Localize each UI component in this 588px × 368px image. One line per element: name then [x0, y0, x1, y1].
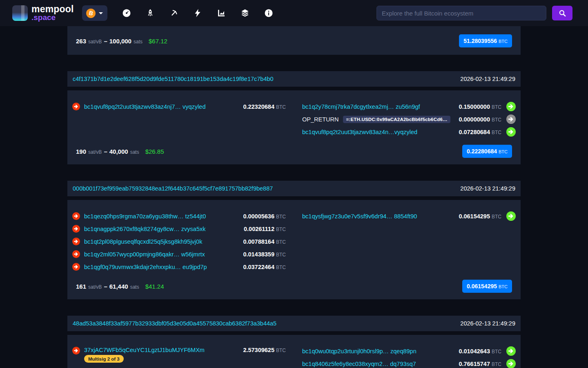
- btc-unit-label: BTC: [276, 104, 286, 110]
- input-arrow-icon[interactable]: [72, 250, 80, 258]
- output-arrow-icon[interactable]: [506, 127, 516, 137]
- rocket-icon[interactable]: [146, 9, 155, 18]
- input-main: 37xjAC7WFb5qCeuYC1LgztJ1buMJYF6MXm2.5730…: [84, 347, 286, 363]
- output-address-link[interactable]: bc1q8406z5fe6y8ec038xyqm2… dq793sq7: [302, 361, 454, 367]
- input-arrow-icon[interactable]: [72, 347, 80, 355]
- transaction-timestamp: 2026-02-13 21:49:29: [460, 320, 515, 327]
- input-row: bc1qgf0q79uvmwx3kdajr2ehxxpku… eu9jpd7p0…: [72, 260, 286, 273]
- output-row: bc1q8406z5fe6y8ec038xyqm2… dq793sq70.766…: [302, 357, 516, 368]
- fee-info: 190sat/vB–40,000sats$26.85: [76, 148, 164, 155]
- transaction-details: 37xjAC7WFb5qCeuYC1LgztJ1buMJYF6MXm2.5730…: [67, 335, 521, 368]
- inputs-column: bc1qezq0hps9rgma70za6ygu38thw… tz544jt00…: [72, 210, 286, 273]
- search-input[interactable]: [376, 6, 546, 20]
- output-address-link[interactable]: bc1qvuf8pq2t2uut3tjazwv83az4n…vyqzyled: [302, 129, 454, 135]
- fee-rate: 161: [76, 283, 86, 290]
- mempool-logo-icon: [12, 5, 28, 21]
- fee-rate: 263: [76, 38, 86, 45]
- mining-pickaxe-icon[interactable]: [169, 9, 178, 18]
- inputs-outputs: bc1qezq0hps9rgma70za6ygu38thw… tz544jt00…: [72, 210, 516, 273]
- btc-unit-label: BTC: [499, 39, 508, 44]
- info-icon[interactable]: [264, 9, 273, 18]
- input-arrow-icon[interactable]: [72, 212, 80, 220]
- btc-unit-label: BTC: [499, 149, 508, 154]
- input-arrow-icon[interactable]: [72, 103, 80, 110]
- total-btc-badge[interactable]: 51.28039556BTC: [459, 34, 512, 47]
- input-address-link[interactable]: bc1qt2pl08plguseqlfqcxdl25q5jksg8kh95jvj…: [84, 238, 238, 245]
- transaction: 263sat/vB–100,000sats$67.1251.28039556BT…: [67, 26, 521, 55]
- lightning-bolt-icon[interactable]: [193, 9, 202, 18]
- btc-unit-label: BTC: [276, 214, 286, 220]
- transaction: 000b001f73ef959eab75932848ea12f644b37c64…: [67, 181, 521, 299]
- input-address-link[interactable]: 37xjAC7WFb5qCeuYC1LgztJ1buMJYF6MXm: [84, 347, 238, 353]
- op-return: OP_RETURN=:ETH.USDC:0x99aCA2A2bcBb6f5cb6…: [302, 116, 454, 123]
- dashboard-gauge-icon[interactable]: [122, 9, 131, 18]
- output-address-link[interactable]: bc1q0wu0tqp2u3rtunjl0h0rsl9p… zqeq89pn: [302, 348, 454, 355]
- output-row: bc1q2y78cmj7trka7dcgytlxea2mj… zu56n9gf0…: [302, 100, 516, 113]
- input-line: bc1qt2pl08plguseqlfqcxdl25q5jksg8kh95jvj…: [84, 238, 286, 245]
- amount: 0.01042643BTC: [459, 348, 501, 355]
- separator: –: [104, 38, 107, 45]
- input-main: bc1qnagppk2670xf8qk8274gy8cw… zvysa5xk0.…: [84, 226, 286, 232]
- brand-text: mempool .space: [31, 4, 74, 21]
- chart-icon[interactable]: [217, 9, 226, 18]
- transaction-details: 263sat/vB–100,000sats$67.1251.28039556BT…: [67, 26, 521, 55]
- transaction-footer: 263sat/vB–100,000sats$67.1251.28039556BT…: [72, 34, 516, 47]
- input-arrow-icon[interactable]: [72, 238, 80, 245]
- amount: 0.22320684BTC: [243, 103, 286, 110]
- input-main: bc1qgf0q79uvmwx3kdajr2ehxxpku… eu9jpd7p0…: [84, 264, 286, 270]
- input-line: bc1qvuf8pq2t2uut3tjazwv83az4nj7… vyqzyle…: [84, 103, 286, 110]
- input-arrow-icon[interactable]: [72, 225, 80, 233]
- output-arrow-icon[interactable]: [506, 114, 516, 124]
- amount: 2.57309625BTC: [243, 347, 286, 353]
- transaction-header: c4f1371b7d1e2deef628f5d20d9fde511780c181…: [67, 71, 521, 87]
- layers-icon[interactable]: [241, 9, 249, 18]
- input-main: bc1qt2pl08plguseqlfqcxdl25q5jksg8kh95jvj…: [84, 238, 286, 245]
- inputs-outputs: bc1qvuf8pq2t2uut3tjazwv83az4nj7… vyqzyle…: [72, 100, 516, 138]
- input-line: bc1qnagppk2670xf8qk8274gy8cw… zvysa5xk0.…: [84, 226, 286, 232]
- fee-sats: 40,000: [109, 148, 128, 155]
- caret-down-icon: [99, 12, 103, 14]
- input-address-link[interactable]: bc1qgf0q79uvmwx3kdajr2ehxxpku… eu9jpd7p: [84, 264, 238, 270]
- transaction-header: 48ad53a3848f33af5977b32933dbf05d3e05d0a4…: [67, 316, 521, 331]
- separator: –: [104, 283, 107, 290]
- input-arrow-icon[interactable]: [72, 263, 80, 271]
- btc-unit-label: BTC: [492, 214, 501, 220]
- brand-logo[interactable]: mempool .space: [12, 4, 74, 21]
- network-selector-dropdown[interactable]: B: [82, 5, 107, 21]
- total-btc-badge[interactable]: 0.22280684BTC: [462, 145, 512, 158]
- transaction-list: 263sat/vB–100,000sats$67.1251.28039556BT…: [67, 26, 521, 368]
- fee-rate-unit: sat/vB: [88, 39, 102, 45]
- output-row: bc1qysfjwg7z3u0e7v5sf9v6dr94… 8854ft900.…: [302, 210, 516, 222]
- input-row: bc1qnagppk2670xf8qk8274gy8cw… zvysa5xk0.…: [72, 222, 286, 235]
- output-address-link[interactable]: bc1q2y78cmj7trka7dcgytlxea2mj… zu56n9gf: [302, 103, 454, 110]
- txid-link[interactable]: c4f1371b7d1e2deef628f5d20d9fde511780c181…: [73, 76, 274, 82]
- total-btc-badge[interactable]: 0.06154295BTC: [462, 280, 512, 293]
- separator: –: [104, 148, 107, 155]
- txid-link[interactable]: 48ad53a3848f33af5977b32933dbf05d3e05d0a4…: [73, 320, 276, 327]
- fee-usd: $26.85: [145, 148, 164, 155]
- transaction: c4f1371b7d1e2deef628f5d20d9fde511780c181…: [67, 71, 521, 164]
- fee-rate-unit: sat/vB: [88, 149, 102, 155]
- search-button[interactable]: [552, 6, 572, 20]
- input-address-link[interactable]: bc1qy2ml057wycp00pmjng86qakr… w56jmrtx: [84, 251, 238, 258]
- input-address-link[interactable]: bc1qnagppk2670xf8qk8274gy8cw… zvysa5xk: [84, 226, 239, 232]
- input-main: bc1qvuf8pq2t2uut3tjazwv83az4nj7… vyqzyle…: [84, 103, 286, 110]
- output-row: bc1qvuf8pq2t2uut3tjazwv83az4n…vyqzyled0.…: [302, 126, 516, 138]
- txid-link[interactable]: 000b001f73ef959eab75932848ea12f644b37c64…: [73, 185, 273, 192]
- input-line: bc1qy2ml057wycp00pmjng86qakr… w56jmrtx0.…: [84, 251, 286, 258]
- input-line: 37xjAC7WFb5qCeuYC1LgztJ1buMJYF6MXm2.5730…: [84, 347, 286, 353]
- btc-unit-label: BTC: [276, 265, 286, 270]
- output-arrow-icon[interactable]: [506, 346, 516, 356]
- op-return-data-badge: =:ETH.USDC:0x99aCA2A2bcBb6f5cb6Cd6…: [343, 116, 450, 123]
- fee-sats: 100,000: [109, 38, 131, 45]
- input-row: 37xjAC7WFb5qCeuYC1LgztJ1buMJYF6MXm2.5730…: [72, 345, 286, 363]
- btc-unit-label: BTC: [276, 227, 286, 232]
- output-arrow-icon[interactable]: [506, 211, 516, 221]
- input-address-link[interactable]: bc1qvuf8pq2t2uut3tjazwv83az4nj7… vyqzyle…: [84, 103, 238, 110]
- output-arrow-icon[interactable]: [506, 359, 516, 368]
- input-row: bc1qvuf8pq2t2uut3tjazwv83az4nj7… vyqzyle…: [72, 100, 286, 113]
- output-arrow-icon[interactable]: [506, 102, 516, 111]
- output-address-link[interactable]: bc1qysfjwg7z3u0e7v5sf9v6dr94… 8854ft90: [302, 213, 454, 220]
- input-address-link[interactable]: bc1qezq0hps9rgma70za6ygu38thw… tz544jt0: [84, 213, 238, 220]
- amount: 0.00000000BTC: [459, 116, 501, 123]
